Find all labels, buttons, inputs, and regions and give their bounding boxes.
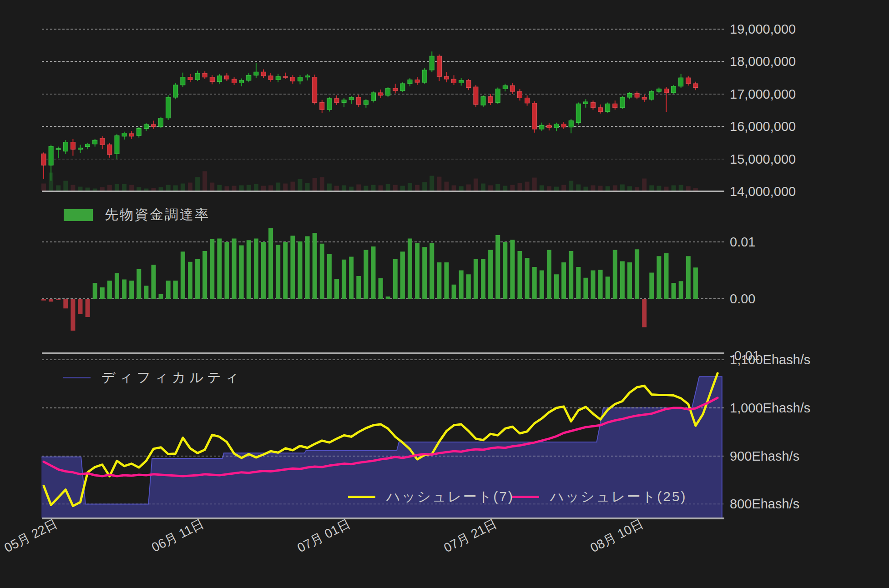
candle-body: [510, 85, 515, 91]
volume-bar: [268, 186, 273, 191]
volume-bar: [672, 186, 676, 191]
funding-bar: [49, 299, 53, 302]
funding-bar: [254, 239, 258, 299]
difficulty-swatch-icon: [63, 377, 91, 378]
x-axis-label: 07月 21日: [441, 517, 499, 555]
legend-difficulty[interactable]: ディフィカルティ: [63, 368, 242, 387]
candle-body: [452, 79, 456, 83]
candle-body: [635, 93, 639, 97]
volume-bar: [576, 185, 581, 191]
candle-body: [672, 86, 676, 93]
candle-body: [540, 125, 544, 129]
funding-bar: [247, 240, 251, 299]
funding-bar: [136, 269, 141, 299]
funding-bar: [679, 281, 683, 299]
candle-body: [620, 97, 625, 108]
funding-bar: [481, 259, 485, 299]
volume-bar: [547, 186, 551, 191]
volume-bar: [78, 187, 83, 191]
volume-bar: [166, 185, 171, 191]
price-tick: 17,000,000: [730, 87, 796, 101]
legend-hashrate7[interactable]: ハッシュレート(7): [348, 487, 514, 506]
funding-bar: [627, 262, 632, 299]
volume-bar: [554, 187, 559, 191]
candle-body: [268, 76, 273, 80]
candle-body: [561, 124, 566, 127]
candle-body: [327, 99, 332, 110]
candle-body: [474, 87, 478, 105]
candle-body: [679, 78, 683, 86]
funding-bar: [202, 251, 207, 299]
volume-bar: [107, 185, 112, 191]
hashrate7-swatch-icon: [348, 496, 375, 498]
candle-body: [379, 93, 383, 95]
volume-bar: [225, 186, 229, 191]
hashrate-tick: 800Ehash/s: [730, 497, 799, 511]
candle-body: [93, 140, 97, 144]
funding-tick: 0.01: [730, 235, 755, 249]
candle-body: [664, 89, 669, 93]
volume-bar: [400, 186, 405, 191]
volume-bar: [283, 184, 288, 191]
candle-body: [276, 76, 280, 80]
candle-body: [364, 101, 368, 105]
candle-body: [583, 102, 588, 104]
candle-body: [349, 97, 354, 100]
funding-bar: [693, 267, 698, 299]
funding-bar: [408, 239, 412, 299]
funding-bars: [41, 228, 698, 331]
volume-bar: [693, 188, 698, 191]
volume-bar: [379, 186, 383, 191]
legend-hashrate25[interactable]: ハッシュレート(25): [512, 487, 687, 506]
candle-body: [305, 76, 310, 77]
volume-bar: [276, 183, 280, 191]
funding-bar: [290, 236, 295, 299]
hashrate-tick: 900Ehash/s: [730, 449, 799, 463]
funding-bar: [510, 240, 515, 299]
funding-bar: [525, 258, 530, 299]
funding-bar: [115, 273, 119, 299]
volume-bar: [195, 177, 200, 191]
volume-bar: [510, 185, 515, 191]
funding-bar: [159, 294, 163, 299]
candle-body: [283, 76, 288, 77]
volume-bar: [305, 183, 310, 191]
volume-bar: [466, 185, 471, 191]
volume-bar: [393, 185, 398, 191]
candle-body: [576, 104, 581, 122]
candle-body: [488, 97, 493, 103]
volume-bar: [606, 186, 610, 191]
funding-bar: [583, 278, 588, 299]
volume-bar: [159, 187, 163, 191]
funding-bar: [107, 281, 112, 299]
candle-body: [173, 85, 178, 97]
funding-bar: [86, 299, 90, 317]
volume-bar: [93, 189, 97, 191]
candle-body: [356, 97, 361, 105]
candle-body: [166, 97, 171, 118]
candles: [41, 51, 698, 181]
candle-body: [569, 121, 573, 127]
funding-bar: [100, 287, 105, 299]
volume-bar: [408, 183, 412, 191]
candle-body: [152, 125, 156, 126]
volume-bar: [679, 185, 683, 191]
volume-bar: [239, 186, 244, 191]
candle-body: [613, 104, 617, 108]
volume-bar: [136, 187, 141, 191]
legend-funding-rate[interactable]: 先物資金調達率: [64, 206, 210, 224]
candle-body: [437, 56, 441, 76]
funding-bar: [225, 242, 229, 299]
funding-bar: [569, 251, 573, 299]
candle-body: [195, 73, 200, 80]
funding-bar: [686, 256, 691, 299]
funding-bar: [613, 250, 617, 299]
price-tick: 18,000,000: [730, 54, 796, 69]
hashrate-tick: 1,100Ehash/s: [730, 352, 810, 367]
candle-body: [386, 88, 390, 95]
candle-body: [129, 134, 134, 136]
volume-bar: [422, 182, 427, 191]
funding-bar: [276, 245, 280, 299]
volume-bar: [620, 185, 625, 191]
funding-bar: [305, 236, 310, 299]
